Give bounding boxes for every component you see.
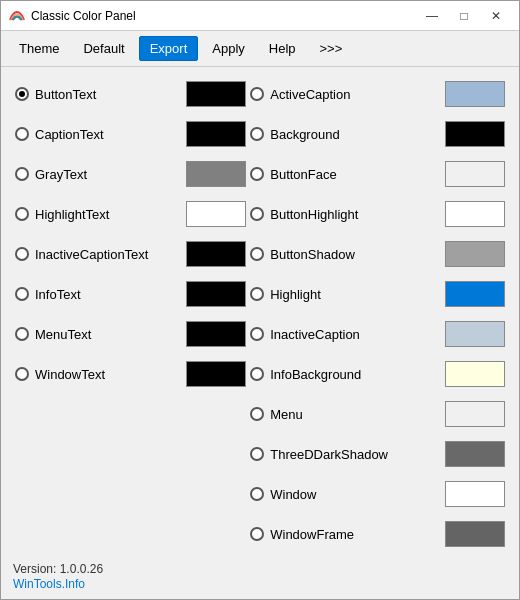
color-row-button-text: ButtonText — [13, 75, 248, 113]
swatch-inactive-caption[interactable] — [445, 321, 505, 347]
swatch-button-shadow[interactable] — [445, 241, 505, 267]
color-row-gray-text: GrayText — [13, 155, 248, 193]
label-gray-text: GrayText — [35, 167, 180, 182]
radio-inactive-caption[interactable] — [250, 327, 264, 341]
title-bar-controls: — □ ✕ — [417, 5, 511, 27]
color-row-window: Window — [248, 475, 507, 513]
label-background: Background — [270, 127, 439, 142]
radio-menu-text[interactable] — [15, 327, 29, 341]
swatch-button-face[interactable] — [445, 161, 505, 187]
swatch-window[interactable] — [445, 481, 505, 507]
app-icon — [9, 8, 25, 24]
label-button-shadow: ButtonShadow — [270, 247, 439, 262]
color-row-button-shadow: ButtonShadow — [248, 235, 507, 273]
menu-item-default[interactable]: Default — [73, 37, 134, 60]
radio-menu[interactable] — [250, 407, 264, 421]
radio-highlight-text[interactable] — [15, 207, 29, 221]
radio-three-dd-dark-shadow[interactable] — [250, 447, 264, 461]
menu-item-more[interactable]: >>> — [310, 37, 353, 60]
wintools-link[interactable]: WinTools.Info — [13, 577, 85, 591]
radio-background[interactable] — [250, 127, 264, 141]
color-row-active-caption: ActiveCaption — [248, 75, 507, 113]
color-row-info-background: InfoBackground — [248, 355, 507, 393]
color-row-highlight: Highlight — [248, 275, 507, 313]
radio-info-background[interactable] — [250, 367, 264, 381]
swatch-inactive-caption-text[interactable] — [186, 241, 246, 267]
footer: Version: 1.0.0.26 WinTools.Info — [1, 554, 519, 599]
swatch-highlight-text[interactable] — [186, 201, 246, 227]
label-window-frame: WindowFrame — [270, 527, 439, 542]
menu-item-help[interactable]: Help — [259, 37, 306, 60]
swatch-window-frame[interactable] — [445, 521, 505, 547]
label-info-background: InfoBackground — [270, 367, 439, 382]
label-caption-text: CaptionText — [35, 127, 180, 142]
label-window: Window — [270, 487, 439, 502]
radio-window-frame[interactable] — [250, 527, 264, 541]
swatch-info-text[interactable] — [186, 281, 246, 307]
radio-button-text[interactable] — [15, 87, 29, 101]
color-row-caption-text: CaptionText — [13, 115, 248, 153]
swatch-menu[interactable] — [445, 401, 505, 427]
swatch-highlight[interactable] — [445, 281, 505, 307]
main-window: Classic Color Panel — □ ✕ ThemeDefaultEx… — [0, 0, 520, 600]
label-button-face: ButtonFace — [270, 167, 439, 182]
radio-inactive-caption-text[interactable] — [15, 247, 29, 261]
swatch-background[interactable] — [445, 121, 505, 147]
menu-item-apply[interactable]: Apply — [202, 37, 255, 60]
color-row-inactive-caption-text: InactiveCaptionText — [13, 235, 248, 273]
label-menu-text: MenuText — [35, 327, 180, 342]
color-row-menu-text: MenuText — [13, 315, 248, 353]
version-text: Version: 1.0.0.26 — [13, 562, 507, 576]
radio-caption-text[interactable] — [15, 127, 29, 141]
left-column: ButtonTextCaptionTextGrayTextHighlightTe… — [13, 75, 248, 553]
label-highlight-text: HighlightText — [35, 207, 180, 222]
color-row-inactive-caption: InactiveCaption — [248, 315, 507, 353]
radio-button-shadow[interactable] — [250, 247, 264, 261]
radio-gray-text[interactable] — [15, 167, 29, 181]
menu-item-export[interactable]: Export — [139, 36, 199, 61]
right-column: ActiveCaptionBackgroundButtonFaceButtonH… — [248, 75, 507, 553]
columns-container: ButtonTextCaptionTextGrayTextHighlightTe… — [13, 75, 507, 553]
swatch-button-text[interactable] — [186, 81, 246, 107]
color-row-button-face: ButtonFace — [248, 155, 507, 193]
swatch-gray-text[interactable] — [186, 161, 246, 187]
radio-button-highlight[interactable] — [250, 207, 264, 221]
label-info-text: InfoText — [35, 287, 180, 302]
color-row-three-dd-dark-shadow: ThreeDDarkShadow — [248, 435, 507, 473]
label-window-text: WindowText — [35, 367, 180, 382]
swatch-info-background[interactable] — [445, 361, 505, 387]
radio-highlight[interactable] — [250, 287, 264, 301]
color-row-window-frame: WindowFrame — [248, 515, 507, 553]
color-row-button-highlight: ButtonHighlight — [248, 195, 507, 233]
menu-item-theme[interactable]: Theme — [9, 37, 69, 60]
label-inactive-caption-text: InactiveCaptionText — [35, 247, 180, 262]
swatch-caption-text[interactable] — [186, 121, 246, 147]
label-inactive-caption: InactiveCaption — [270, 327, 439, 342]
label-highlight: Highlight — [270, 287, 439, 302]
color-row-info-text: InfoText — [13, 275, 248, 313]
radio-window-text[interactable] — [15, 367, 29, 381]
swatch-menu-text[interactable] — [186, 321, 246, 347]
radio-window[interactable] — [250, 487, 264, 501]
swatch-button-highlight[interactable] — [445, 201, 505, 227]
title-bar: Classic Color Panel — □ ✕ — [1, 1, 519, 31]
menu-bar: ThemeDefaultExportApplyHelp>>> — [1, 31, 519, 67]
maximize-button[interactable]: □ — [449, 5, 479, 27]
minimize-button[interactable]: — — [417, 5, 447, 27]
swatch-active-caption[interactable] — [445, 81, 505, 107]
radio-info-text[interactable] — [15, 287, 29, 301]
color-row-window-text: WindowText — [13, 355, 248, 393]
label-active-caption: ActiveCaption — [270, 87, 439, 102]
label-button-highlight: ButtonHighlight — [270, 207, 439, 222]
label-button-text: ButtonText — [35, 87, 180, 102]
color-row-highlight-text: HighlightText — [13, 195, 248, 233]
color-row-background: Background — [248, 115, 507, 153]
radio-button-face[interactable] — [250, 167, 264, 181]
swatch-window-text[interactable] — [186, 361, 246, 387]
label-menu: Menu — [270, 407, 439, 422]
swatch-three-dd-dark-shadow[interactable] — [445, 441, 505, 467]
color-row-menu: Menu — [248, 395, 507, 433]
label-three-dd-dark-shadow: ThreeDDarkShadow — [270, 447, 439, 462]
radio-active-caption[interactable] — [250, 87, 264, 101]
close-button[interactable]: ✕ — [481, 5, 511, 27]
